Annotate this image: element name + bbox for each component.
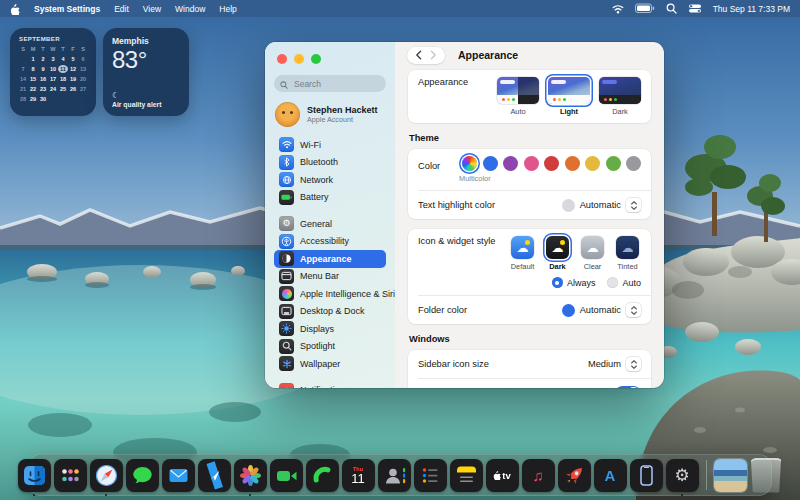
battery-status-icon[interactable] bbox=[635, 3, 655, 14]
appearance-option-auto[interactable]: Auto bbox=[497, 77, 539, 116]
dock-trash[interactable] bbox=[750, 458, 783, 493]
swatch-blue[interactable] bbox=[483, 156, 498, 171]
sidebar-item-spotlight[interactable]: Spotlight bbox=[274, 338, 386, 356]
avatar bbox=[275, 102, 300, 127]
control-center-icon[interactable] bbox=[688, 3, 702, 14]
sidebar-item-general[interactable]: ⚙ General bbox=[274, 215, 386, 233]
highlight-color-dot bbox=[562, 199, 575, 212]
appearance-option-light[interactable]: Light bbox=[548, 77, 590, 116]
sidebar-item-bluetooth[interactable]: Bluetooth bbox=[274, 154, 386, 172]
folder-color-stepper[interactable] bbox=[626, 303, 641, 317]
theme-card: Color bbox=[408, 149, 651, 219]
wallpaper-icon bbox=[279, 356, 294, 371]
icon-widget-label: Icon & widget style bbox=[418, 236, 496, 246]
dock-mail[interactable] bbox=[162, 459, 195, 492]
sidebar-item-accessibility[interactable]: Accessibility bbox=[274, 233, 386, 251]
sidebar-item-desktop-dock[interactable]: Desktop & Dock bbox=[274, 303, 386, 321]
swatch-pink[interactable] bbox=[524, 156, 539, 171]
close-button[interactable] bbox=[277, 54, 287, 64]
swatch-orange[interactable] bbox=[565, 156, 580, 171]
dock-iphone-mirroring[interactable] bbox=[630, 459, 663, 492]
sidebar-item-wallpaper[interactable]: Wallpaper bbox=[274, 355, 386, 373]
sidebar-item-apple-intelligence[interactable]: Apple Intelligence & Siri bbox=[274, 285, 386, 303]
weather-alert: Air quality alert bbox=[112, 101, 180, 108]
sidebar-item-menu-bar[interactable]: Menu Bar bbox=[274, 268, 386, 286]
dock-launchpad[interactable] bbox=[54, 459, 87, 492]
sidebar-item-appearance[interactable]: Appearance bbox=[274, 250, 386, 268]
sidebar-item-wifi[interactable]: Wi-Fi bbox=[274, 136, 386, 154]
dock-apple-tv[interactable]: tv bbox=[486, 459, 519, 492]
menubar-menu-window[interactable]: Window bbox=[175, 4, 205, 14]
weather-widget[interactable]: Memphis 83° ☾ Air quality alert bbox=[103, 28, 189, 116]
icon-style-tinted[interactable]: ☁ Tinted bbox=[614, 236, 641, 271]
dock-finder[interactable] bbox=[18, 459, 51, 492]
tint-window-toggle[interactable] bbox=[615, 386, 641, 388]
settings-content: Appearance Appearance Auto bbox=[395, 42, 664, 388]
menubar-app-name[interactable]: System Settings bbox=[34, 4, 100, 14]
selected-color-name: Multicolor bbox=[459, 174, 491, 183]
swatch-green[interactable] bbox=[606, 156, 621, 171]
swatch-graphite[interactable] bbox=[626, 156, 641, 171]
dock-safari[interactable] bbox=[90, 459, 123, 492]
sidebar-item-displays[interactable]: Displays bbox=[274, 320, 386, 338]
menubar-menu-edit[interactable]: Edit bbox=[114, 4, 129, 14]
displays-icon bbox=[279, 321, 294, 336]
sidebar-item-network[interactable]: Network bbox=[274, 171, 386, 189]
dock-reminders[interactable] bbox=[414, 459, 447, 492]
swatch-red[interactable] bbox=[544, 156, 559, 171]
accent-color-swatches bbox=[462, 156, 641, 171]
spotlight-icon bbox=[279, 339, 294, 354]
dock-contacts[interactable] bbox=[378, 459, 411, 492]
icon-style-default[interactable]: ☁ Default bbox=[509, 236, 536, 271]
dock: Thu 11 tv ♫ A ⚙ bbox=[28, 454, 772, 496]
swatch-multicolor[interactable] bbox=[462, 156, 477, 171]
tinted-style-thumb: ☁ bbox=[616, 236, 639, 259]
swatch-yellow[interactable] bbox=[585, 156, 600, 171]
text-highlight-stepper[interactable] bbox=[626, 198, 641, 212]
desktop: System Settings Edit View Window Help Th… bbox=[0, 0, 800, 500]
radio-always[interactable]: Always bbox=[552, 277, 596, 288]
app-store-a-icon: A bbox=[605, 467, 616, 484]
menubar-menu-view[interactable]: View bbox=[143, 4, 161, 14]
dock-facetime[interactable] bbox=[270, 459, 303, 492]
forward-button[interactable] bbox=[430, 46, 437, 64]
running-indicator bbox=[33, 494, 35, 496]
dock-photos[interactable] bbox=[234, 459, 267, 492]
radio-auto[interactable]: Auto bbox=[607, 277, 641, 288]
menubar-clock[interactable]: Thu Sep 11 7:33 PM bbox=[713, 4, 790, 14]
apple-menu-icon[interactable] bbox=[10, 3, 20, 15]
calendar-today: 11 bbox=[58, 65, 68, 73]
dock-app-store[interactable]: A bbox=[594, 459, 627, 492]
icon-style-dark[interactable]: ☁ Dark bbox=[544, 236, 571, 271]
desktop-dock-icon bbox=[279, 304, 294, 319]
dock-maps[interactable] bbox=[198, 459, 231, 492]
swatch-purple[interactable] bbox=[503, 156, 518, 171]
minimize-button[interactable] bbox=[294, 54, 304, 64]
menubar-menu-help[interactable]: Help bbox=[219, 4, 236, 14]
text-highlight-value: Automatic bbox=[580, 200, 621, 210]
dock-rocket[interactable] bbox=[558, 459, 591, 492]
sidebar-item-battery[interactable]: Battery bbox=[274, 189, 386, 207]
dock-phone[interactable] bbox=[306, 459, 339, 492]
gear-icon: ⚙ bbox=[279, 216, 294, 231]
window-controls bbox=[277, 54, 386, 64]
sidebar-search[interactable] bbox=[274, 75, 386, 92]
apple-account-row[interactable]: Stephen Hackett Apple Account bbox=[275, 102, 385, 127]
zoom-button[interactable] bbox=[311, 54, 321, 64]
spotlight-search-icon[interactable] bbox=[666, 3, 677, 14]
dock-system-settings[interactable]: ⚙ bbox=[666, 459, 699, 492]
icon-style-clear[interactable]: ☁ Clear bbox=[579, 236, 606, 271]
back-button[interactable] bbox=[415, 46, 422, 64]
sidebar-item-notifications[interactable]: Notifications bbox=[274, 382, 386, 389]
sidebar-icon-size-stepper[interactable] bbox=[626, 357, 641, 371]
page-title: Appearance bbox=[458, 49, 518, 61]
dock-calendar[interactable]: Thu 11 bbox=[342, 459, 375, 492]
dock-messages[interactable] bbox=[126, 459, 159, 492]
calendar-widget[interactable]: SEPTEMBER SMTWTFS 123456 78910111213 141… bbox=[10, 28, 96, 116]
dock-notes[interactable] bbox=[450, 459, 483, 492]
dock-downloads-stack[interactable] bbox=[714, 459, 747, 492]
search-input[interactable] bbox=[292, 78, 376, 90]
wifi-status-icon[interactable] bbox=[612, 4, 624, 14]
appearance-option-dark[interactable]: Dark bbox=[599, 77, 641, 116]
dock-music[interactable]: ♫ bbox=[522, 459, 555, 492]
